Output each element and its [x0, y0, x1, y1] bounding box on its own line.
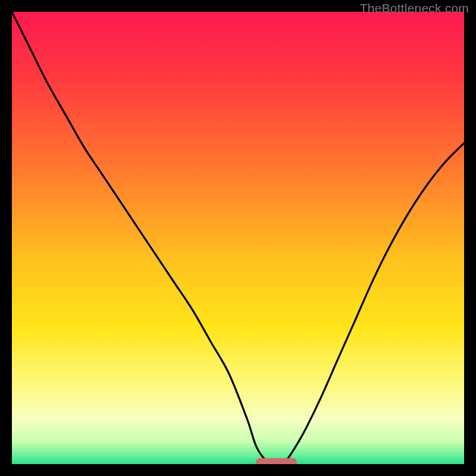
chart-frame: TheBottleneck.com — [0, 0, 476, 476]
plot-area — [12, 12, 464, 464]
minimum-marker — [256, 458, 296, 464]
watermark-text: TheBottleneck.com — [360, 1, 469, 15]
bottleneck-curve — [12, 12, 464, 464]
